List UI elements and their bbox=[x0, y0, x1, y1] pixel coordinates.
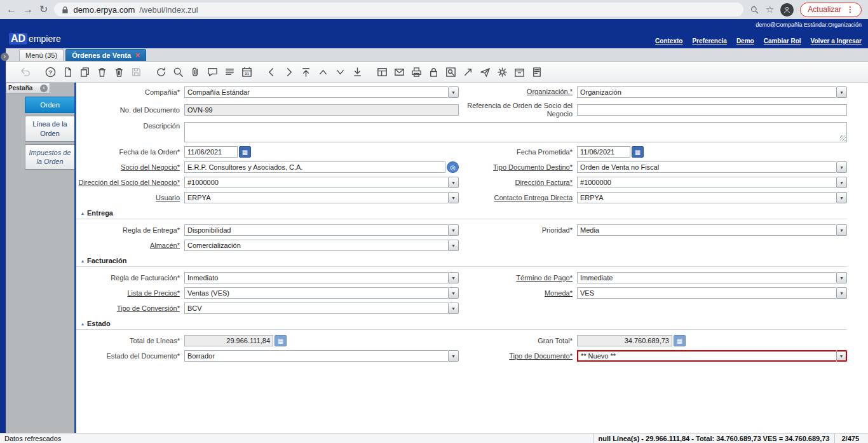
chevron-down-icon[interactable]: ▾ bbox=[836, 224, 847, 236]
organizacion-select[interactable]: Organización ▾ bbox=[577, 86, 847, 98]
help-icon[interactable]: ? bbox=[44, 65, 57, 78]
tipo-documento-select[interactable]: ** Nuevo ** ▾ bbox=[577, 350, 847, 362]
request-icon[interactable] bbox=[478, 65, 491, 78]
find-icon[interactable] bbox=[172, 65, 184, 78]
chat-icon[interactable] bbox=[206, 65, 219, 78]
query-icon[interactable] bbox=[444, 65, 457, 78]
delete-record-icon[interactable] bbox=[95, 65, 108, 78]
lista-precios-label[interactable]: Lista de Precios* bbox=[76, 289, 184, 297]
bookmark-star-icon[interactable]: ☆ bbox=[766, 4, 774, 15]
moneda-select[interactable]: VES ▾ bbox=[577, 287, 847, 299]
moneda-value[interactable]: VES bbox=[577, 287, 836, 299]
moneda-label[interactable]: Moneda* bbox=[459, 289, 577, 297]
delete-selection-icon[interactable] bbox=[112, 65, 125, 78]
chevron-down-icon[interactable]: ▾ bbox=[836, 350, 847, 362]
collapse-section-icon[interactable]: ▴ bbox=[81, 258, 84, 264]
direccion-socio-value[interactable]: #1000000 bbox=[184, 177, 448, 188]
refresh-icon[interactable] bbox=[154, 65, 167, 78]
estado-documento-value[interactable]: Borrador bbox=[184, 350, 448, 362]
chevron-down-icon[interactable]: ▾ bbox=[448, 177, 459, 188]
chevron-down-icon[interactable]: ▾ bbox=[836, 177, 847, 188]
adempiere-logo[interactable]: AD empiere bbox=[9, 33, 61, 44]
contacto-entrega-label[interactable]: Contacto Entrega Directa bbox=[459, 194, 577, 202]
calendar-icon[interactable]: 31 bbox=[240, 65, 253, 78]
tipo-conversion-value[interactable]: BCV bbox=[184, 303, 448, 314]
zoom-across-icon[interactable] bbox=[461, 65, 474, 78]
regla-facturacion-value[interactable]: Inmediato bbox=[184, 272, 448, 283]
chevron-down-icon[interactable]: ▾ bbox=[448, 192, 459, 203]
compania-value[interactable]: Compañía Estándar bbox=[184, 86, 448, 98]
prioridad-value[interactable]: Media bbox=[577, 224, 836, 236]
chevron-down-icon[interactable]: ▾ bbox=[836, 192, 847, 203]
referencia-field[interactable] bbox=[577, 104, 847, 116]
back-icon[interactable]: ← bbox=[6, 4, 17, 15]
collapse-section-icon[interactable]: ▴ bbox=[81, 321, 84, 327]
regla-facturacion-select[interactable]: Inmediato ▾ bbox=[184, 272, 459, 283]
socio-negocio-label[interactable]: Socio del Negocio* bbox=[76, 163, 184, 171]
attachment-icon[interactable] bbox=[189, 65, 201, 78]
tipo-doc-destino-value[interactable]: Orden de Venta no Fiscal bbox=[577, 161, 836, 173]
link-volver-a-ingresar[interactable]: Volver a Ingresar bbox=[811, 37, 862, 44]
regla-entrega-select[interactable]: Disponibilidad ▾ bbox=[184, 224, 459, 236]
usuario-select[interactable]: ERPYA ▾ bbox=[184, 192, 459, 203]
chevron-down-icon[interactable]: ▾ bbox=[836, 86, 847, 98]
fecha-prometida-field[interactable]: 11/06/2021 bbox=[577, 146, 630, 158]
usuario-value[interactable]: ERPYA bbox=[184, 192, 448, 203]
expand-menu-icon[interactable]: › bbox=[1, 53, 9, 61]
calendar-button[interactable]: ▦ bbox=[632, 146, 644, 158]
descripcion-field[interactable] bbox=[184, 122, 847, 142]
collapse-section-icon[interactable]: ▴ bbox=[81, 210, 84, 216]
calculator-button[interactable]: ▦ bbox=[275, 335, 287, 346]
detail-record-icon[interactable] bbox=[334, 65, 346, 78]
reload-icon[interactable]: ↻ bbox=[39, 4, 48, 15]
socio-negocio-field[interactable]: E.R.P. Consultores y Asociados, C.A. bbox=[184, 161, 445, 173]
usuario-label[interactable]: Usuario bbox=[76, 194, 184, 201]
prioridad-select[interactable]: Media ▾ bbox=[577, 224, 847, 236]
profile-avatar[interactable] bbox=[780, 3, 794, 17]
bpartner-info-button[interactable]: ◎ bbox=[447, 161, 459, 173]
termino-pago-value[interactable]: Immediate bbox=[577, 272, 836, 283]
new-record-icon[interactable] bbox=[61, 65, 74, 78]
chevron-down-icon[interactable]: ▾ bbox=[448, 287, 459, 299]
calculator-button[interactable]: ▦ bbox=[674, 335, 686, 346]
direccion-factura-label[interactable]: Dirección Factura* bbox=[459, 179, 577, 187]
archive-icon[interactable] bbox=[513, 65, 526, 78]
record-log-icon[interactable] bbox=[223, 65, 236, 78]
address-bar[interactable]: demo.erpya.com/webui/index.zul bbox=[54, 3, 743, 17]
tab-ordenes-de-venta[interactable]: Órdenes de Venta × bbox=[65, 49, 146, 61]
collapse-tab-panel-icon[interactable]: ‹ bbox=[40, 85, 48, 92]
lista-precios-value[interactable]: Ventas (VES) bbox=[184, 287, 448, 299]
tipo-conversion-select[interactable]: BCV ▾ bbox=[184, 303, 459, 314]
lista-precios-select[interactable]: Ventas (VES) ▾ bbox=[184, 287, 459, 299]
link-preferencia[interactable]: Preferencia bbox=[692, 37, 726, 44]
sidebar-tab-orden[interactable]: Orden bbox=[25, 97, 74, 113]
private-lock-icon[interactable] bbox=[427, 65, 440, 78]
close-tab-icon[interactable]: × bbox=[135, 51, 140, 60]
copy-record-icon[interactable] bbox=[78, 65, 91, 78]
forward-icon[interactable]: → bbox=[23, 4, 33, 15]
direccion-socio-select[interactable]: #1000000 ▾ bbox=[184, 177, 459, 188]
west-collapse-strip[interactable]: › bbox=[0, 48, 6, 433]
chevron-down-icon[interactable]: ▾ bbox=[448, 350, 459, 362]
chevron-down-icon[interactable]: ▾ bbox=[448, 303, 459, 314]
previous-record-icon[interactable] bbox=[265, 65, 278, 78]
almacen-label[interactable]: Almacén* bbox=[76, 242, 184, 249]
tipo-doc-destino-select[interactable]: Orden de Venta no Fiscal ▾ bbox=[577, 161, 847, 173]
fecha-orden-field[interactable]: 11/06/2021 bbox=[184, 146, 238, 158]
contacto-entrega-select[interactable]: ERPYA ▾ bbox=[577, 192, 847, 203]
tipo-conversion-label[interactable]: Tipo de Conversión* bbox=[76, 304, 184, 312]
direccion-factura-select[interactable]: #1000000 ▾ bbox=[577, 177, 847, 188]
process-icon[interactable] bbox=[496, 65, 508, 78]
chevron-down-icon[interactable]: ▾ bbox=[836, 272, 847, 283]
termino-pago-select[interactable]: Immediate ▾ bbox=[577, 272, 847, 283]
almacen-value[interactable]: Comercialización bbox=[184, 240, 448, 251]
tipo-documento-value[interactable]: ** Nuevo ** bbox=[577, 350, 836, 362]
chevron-down-icon[interactable]: ▾ bbox=[448, 224, 459, 236]
chevron-down-icon[interactable]: ▾ bbox=[448, 272, 459, 283]
zoom-page-icon[interactable] bbox=[750, 5, 759, 15]
almacen-select[interactable]: Comercialización ▾ bbox=[184, 240, 459, 251]
calendar-button[interactable]: ▦ bbox=[239, 146, 251, 158]
first-record-icon[interactable] bbox=[299, 65, 312, 78]
more-menu-icon[interactable]: ⋮ bbox=[846, 5, 854, 14]
tipo-doc-destino-label[interactable]: Tipo Documento Destino* bbox=[459, 163, 577, 172]
